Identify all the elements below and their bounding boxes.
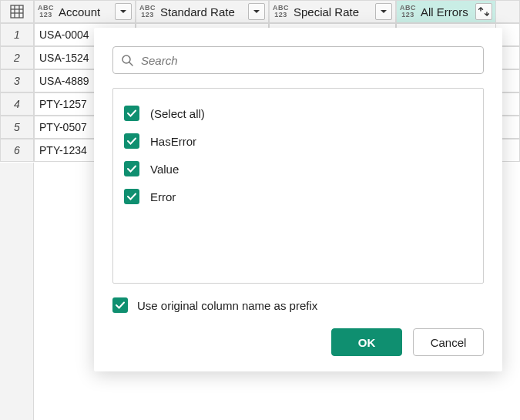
header-spacer: [496, 0, 520, 23]
option-label: Value: [150, 163, 179, 176]
option-label: Error: [150, 190, 176, 203]
prefix-option-row[interactable]: Use original column name as prefix: [112, 297, 484, 313]
checkbox-checked[interactable]: [124, 161, 139, 176]
column-filter-button[interactable]: [248, 3, 265, 20]
checkbox-checked[interactable]: [112, 297, 128, 313]
column-filter-button[interactable]: [115, 3, 132, 20]
ok-button[interactable]: OK: [331, 328, 402, 356]
column-header-standard-rate[interactable]: ABC 123 Standard Rate: [136, 0, 269, 23]
datatype-icon: ABC 123: [400, 5, 416, 18]
cancel-button[interactable]: Cancel: [413, 328, 484, 356]
checkbox-checked[interactable]: [124, 189, 139, 204]
check-icon: [126, 136, 137, 146]
checkbox-checked[interactable]: [124, 106, 139, 121]
datatype-icon: ABC 123: [139, 5, 156, 18]
column-header-all-errors[interactable]: ABC 123 All Errors: [396, 0, 496, 23]
check-icon: [126, 191, 137, 202]
datatype-icon: ABC 123: [38, 5, 54, 18]
select-all-corner[interactable]: [0, 0, 34, 23]
search-icon: [121, 54, 133, 66]
column-name: All Errors: [419, 5, 472, 18]
svg-rect-0: [11, 5, 23, 18]
dialog-buttons: OK Cancel: [112, 328, 484, 356]
column-header-special-rate[interactable]: ABC 123 Special Rate: [269, 0, 396, 23]
table-icon: [10, 5, 24, 18]
option-error[interactable]: Error: [124, 183, 472, 210]
row-number[interactable]: 5: [0, 116, 34, 139]
expand-icon: [478, 7, 489, 16]
column-name: Account: [57, 5, 112, 18]
check-icon: [115, 300, 126, 311]
check-icon: [126, 108, 137, 119]
row-number[interactable]: 3: [0, 69, 34, 92]
column-name: Special Rate: [292, 5, 372, 18]
datatype-icon: ABC 123: [273, 5, 289, 18]
row-number[interactable]: 4: [0, 92, 34, 116]
column-expand-button[interactable]: [475, 3, 492, 20]
option-label: HasError: [150, 135, 196, 148]
expand-column-dialog: (Select all) HasError Value Error Use or…: [94, 28, 502, 371]
row-number[interactable]: 1: [0, 23, 34, 46]
option-select-all[interactable]: (Select all): [124, 99, 472, 127]
column-filter-button[interactable]: [375, 3, 392, 20]
option-haserror[interactable]: HasError: [124, 127, 472, 155]
row-number[interactable]: 2: [0, 46, 34, 69]
svg-line-6: [129, 62, 133, 66]
search-box[interactable]: [112, 46, 484, 74]
chevron-down-icon: [253, 8, 260, 15]
row-number[interactable]: 6: [0, 139, 34, 162]
chevron-down-icon: [119, 8, 127, 15]
column-header-account[interactable]: ABC 123 Account: [34, 0, 136, 23]
checkbox-checked[interactable]: [124, 133, 139, 149]
column-name: Standard Rate: [159, 5, 245, 18]
option-value[interactable]: Value: [124, 155, 472, 183]
prefix-option-label: Use original column name as prefix: [137, 299, 317, 312]
search-input[interactable]: [139, 53, 475, 68]
check-icon: [126, 163, 137, 174]
option-label: (Select all): [150, 107, 205, 120]
column-options-list: (Select all) HasError Value Error: [112, 88, 484, 284]
chevron-down-icon: [380, 8, 387, 15]
